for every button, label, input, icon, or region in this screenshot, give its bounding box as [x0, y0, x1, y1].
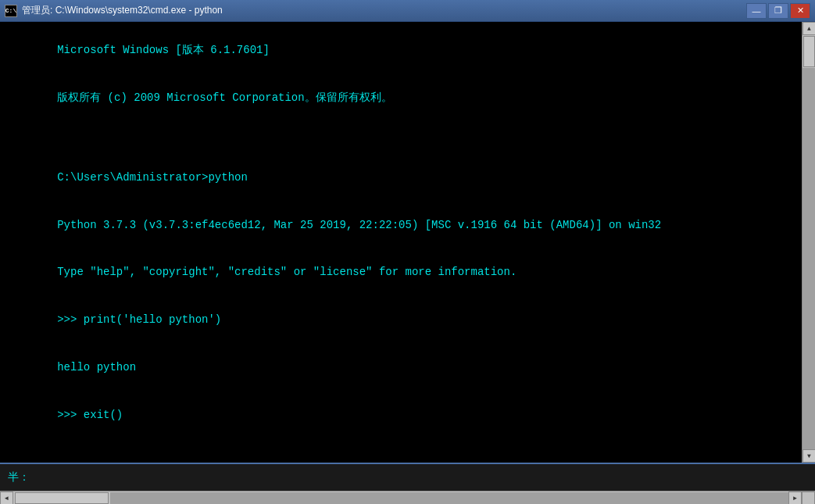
hscroll-track-space	[110, 492, 788, 504]
title-bar-left: C:\ 管理员: C:\Windows\system32\cmd.exe - p…	[5, 4, 223, 17]
scroll-thumb[interactable]	[803, 36, 815, 67]
cmd-icon: C:\	[5, 5, 17, 17]
scroll-up-button[interactable]: ▲	[802, 22, 815, 35]
scroll-down-button[interactable]: ▼	[802, 449, 815, 463]
maximize-button[interactable]: ❐	[768, 3, 788, 19]
terminal-window[interactable]: Microsoft Windows [版本 6.1.7601] 版权所有 (c)…	[0, 22, 802, 463]
ime-status: 半：	[0, 470, 30, 484]
title-bar: C:\ 管理员: C:\Windows\system32\cmd.exe - p…	[0, 0, 815, 22]
close-button[interactable]: ✕	[790, 3, 810, 19]
title-bar-buttons: — ❐ ✕	[746, 3, 810, 19]
main-row: Microsoft Windows [版本 6.1.7601] 版权所有 (c)…	[0, 22, 815, 463]
terminal-line-9: >>> exit()	[57, 409, 123, 421]
hscroll-thumb[interactable]	[15, 492, 109, 504]
vertical-scrollbar[interactable]: ▲ ▼	[802, 22, 815, 463]
scrollbar-corner	[802, 491, 815, 505]
scroll-left-button[interactable]: ◄	[0, 491, 13, 505]
terminal-line-2: 版权所有 (c) 2009 Microsoft Corporation。保留所有…	[57, 91, 391, 104]
horizontal-scrollbar[interactable]: ◄ ►	[0, 491, 815, 504]
minimize-button[interactable]: —	[746, 3, 767, 19]
main-content: Microsoft Windows [版本 6.1.7601] 版权所有 (c)…	[0, 22, 815, 504]
terminal-line-8: hello python	[57, 361, 136, 374]
terminal-line-5: Python 3.7.3 (v3.7.3:ef4ec6ed12, Mar 25 …	[57, 219, 661, 231]
window-title: 管理员: C:\Windows\system32\cmd.exe - pytho…	[22, 4, 223, 17]
terminal-line-6: Type "help", "copyright", "credits" or "…	[57, 266, 517, 278]
terminal-line-4: C:\Users\Administrator>python	[57, 171, 248, 184]
terminal-line-7: >>> print('hello python')	[57, 313, 221, 326]
bottom-status-bar: 半：	[0, 463, 815, 491]
scroll-track-space	[802, 68, 815, 449]
terminal-line-1: Microsoft Windows [版本 6.1.7601]	[57, 44, 270, 56]
terminal-output: Microsoft Windows [版本 6.1.7601] 版权所有 (c)…	[5, 27, 799, 439]
scroll-right-button[interactable]: ►	[788, 491, 802, 505]
